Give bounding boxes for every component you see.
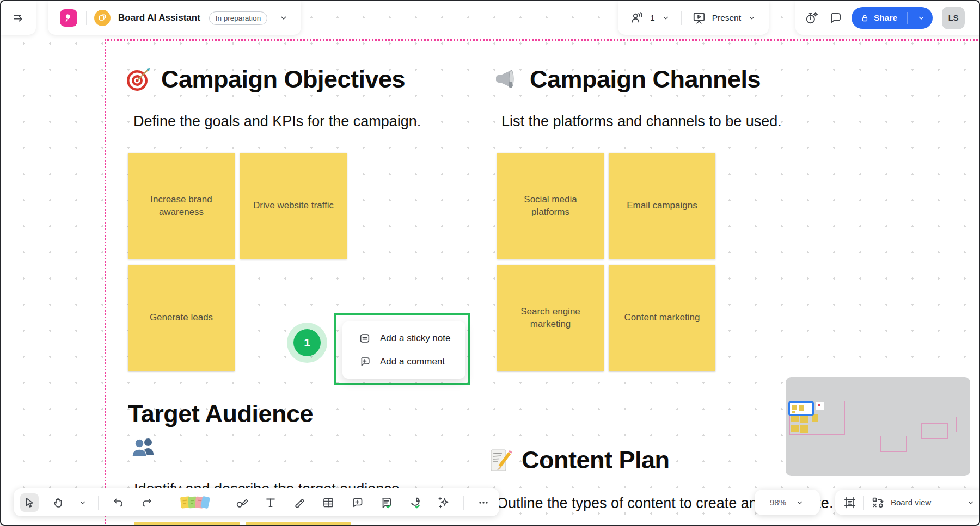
- shapes-icon: [235, 496, 248, 509]
- chat-icon[interactable]: [828, 11, 842, 25]
- comment-tool[interactable]: [348, 493, 366, 512]
- doc-approval-tool[interactable]: [377, 493, 395, 512]
- hand-tool[interactable]: [49, 493, 68, 512]
- open-sidebar-icon[interactable]: [11, 11, 26, 25]
- frames-icon[interactable]: [843, 496, 857, 510]
- present-chevron-icon[interactable]: [747, 13, 757, 23]
- sticky-note[interactable]: [134, 522, 240, 526]
- lock-icon: [860, 14, 869, 23]
- tool-switcher-chevron-icon[interactable]: [78, 498, 88, 508]
- minimap-frame-outline: [880, 436, 907, 452]
- minimap-viewport[interactable]: [788, 401, 814, 416]
- zoom-chevron-icon[interactable]: [795, 498, 805, 508]
- sticky-note[interactable]: Generate leads: [128, 265, 235, 371]
- megaphone-emoji: [494, 66, 520, 92]
- sticky-note[interactable]: Content marketing: [609, 265, 715, 371]
- zoom-level: 98%: [770, 498, 786, 507]
- status-badge[interactable]: In preparation: [209, 11, 267, 25]
- minimap-note-cluster: [800, 414, 808, 423]
- divider: [463, 496, 464, 510]
- select-tool[interactable]: [20, 493, 39, 512]
- minimap[interactable]: [786, 377, 970, 476]
- collab-present-card: 1 Present: [618, 1, 769, 35]
- minimap-note-cluster: [812, 414, 818, 422]
- minimap-frame-outline: [921, 423, 948, 439]
- board-view-icon: [871, 496, 884, 509]
- collaborators-chevron-icon[interactable]: [661, 13, 671, 23]
- header-right-card: Share LS: [795, 1, 980, 35]
- board-menu-chevron-icon[interactable]: [278, 13, 289, 23]
- table-tool[interactable]: [319, 493, 338, 512]
- memo-emoji: [489, 448, 512, 472]
- present-icon: [692, 11, 706, 25]
- share-button[interactable]: Share: [852, 7, 933, 29]
- target-emoji: [125, 66, 151, 92]
- minimap-frame-outline: [956, 417, 973, 432]
- table-icon: [322, 496, 335, 509]
- busts-in-silhouette-emoji: [131, 436, 156, 459]
- cursor-icon: [23, 496, 36, 509]
- board-title[interactable]: Board AI Assistant: [118, 13, 200, 23]
- minimap-note-cluster: [800, 425, 808, 433]
- share-chevron-icon[interactable]: [916, 13, 926, 23]
- section-heading-audience: Target Audience: [128, 400, 313, 428]
- avatar[interactable]: LS: [942, 7, 965, 29]
- divider: [681, 11, 682, 25]
- board-header-card: Board AI Assistant In preparation: [48, 1, 301, 35]
- ai-sparkle-icon: [437, 496, 451, 510]
- context-menu: Add a sticky note Add a comment: [342, 321, 465, 379]
- sticky-note-tool[interactable]: [177, 493, 211, 512]
- section-subtitle-channels: List the platforms and channels to be us…: [501, 113, 782, 130]
- divider: [222, 496, 222, 510]
- toolbar: [14, 488, 499, 516]
- zoom-control[interactable]: 98%: [755, 490, 820, 515]
- sticky-note[interactable]: [246, 522, 351, 526]
- divider: [98, 496, 99, 510]
- redo-button[interactable]: [138, 493, 156, 512]
- ellipsis-icon: [477, 496, 490, 509]
- sticky-note[interactable]: Drive website traffic: [240, 153, 347, 259]
- board-view-label[interactable]: Board view: [891, 498, 931, 507]
- section-heading-content-plan: Content Plan: [489, 446, 670, 474]
- app-logo[interactable]: [60, 9, 77, 27]
- pie-chart-check-icon: [408, 496, 422, 510]
- view-chevron-icon[interactable]: [966, 498, 976, 508]
- divider: [907, 12, 908, 24]
- sticky-note[interactable]: Email campaigns: [609, 153, 715, 259]
- minimap-note-cluster: [791, 425, 799, 432]
- board-icon: [94, 10, 111, 26]
- step-badge: 1: [293, 329, 321, 356]
- pen-icon: [293, 496, 306, 509]
- divider: [86, 11, 87, 25]
- section-heading-channels: Campaign Channels: [494, 65, 761, 94]
- menu-item-add-comment[interactable]: Add a comment: [342, 356, 465, 368]
- view-switcher: Board view: [835, 490, 980, 515]
- text-tool[interactable]: [261, 493, 280, 512]
- pen-tool[interactable]: [290, 493, 309, 512]
- text-icon: [264, 496, 277, 509]
- sticky-notes-icon: [179, 494, 210, 511]
- sticky-note[interactable]: Social media platforms: [497, 153, 604, 259]
- present-button[interactable]: Present: [712, 13, 741, 23]
- chart-approval-tool[interactable]: [406, 493, 424, 512]
- collaborators-icon: [630, 11, 644, 25]
- divider: [167, 496, 167, 510]
- doc-check-icon: [379, 496, 393, 510]
- comment-plus-icon: [359, 356, 371, 368]
- frame-border-top: [105, 39, 980, 41]
- frame-border-left: [105, 39, 106, 526]
- comment-plus-icon: [351, 496, 364, 509]
- divider: [863, 496, 864, 510]
- section-subtitle-objectives: Define the goals and KPIs for the campai…: [133, 113, 421, 130]
- sticky-note[interactable]: Increase brand awareness: [128, 153, 235, 259]
- sticky-note[interactable]: Search engine marketing: [497, 265, 604, 371]
- more-tools-button[interactable]: [474, 493, 493, 512]
- menu-item-add-sticky-note[interactable]: Add a sticky note: [342, 332, 465, 344]
- undo-button[interactable]: [109, 493, 127, 512]
- section-heading-objectives: Campaign Objectives: [125, 65, 405, 94]
- timer-icon[interactable]: [804, 11, 819, 26]
- header-left-card: [1, 1, 36, 35]
- shapes-tool[interactable]: [232, 493, 251, 512]
- ai-tools[interactable]: [434, 493, 453, 512]
- sticky-note-icon: [359, 332, 371, 344]
